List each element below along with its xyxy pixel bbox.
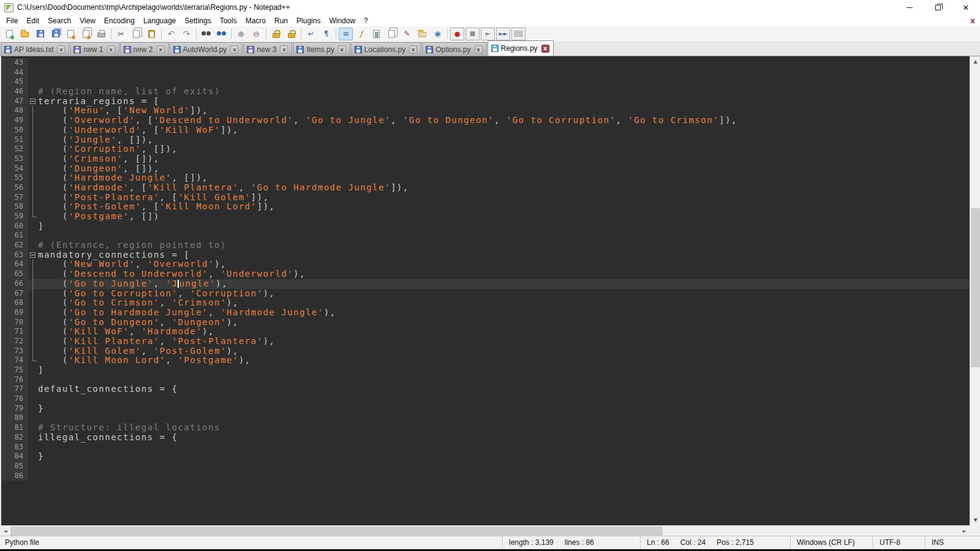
code-line[interactable]: 47terraria_regions = [: [1, 97, 970, 107]
code-line[interactable]: 81# Structure: illegal locations: [1, 423, 970, 433]
scroll-down-arrow-icon[interactable]: ▼: [970, 515, 980, 525]
sync-horizontal-scroll-icon[interactable]: [284, 28, 298, 40]
monitoring-icon[interactable]: ◉: [431, 28, 445, 40]
menu-item-macro[interactable]: Macro: [241, 16, 270, 26]
close-button[interactable]: ✕: [952, 0, 980, 15]
code-line[interactable]: 74 ('Kill Moon Lord', 'Postgame'),: [1, 356, 970, 365]
macro-run-multiple-icon[interactable]: ►►: [496, 28, 510, 40]
tab-options-py[interactable]: Options.pyx: [422, 42, 486, 56]
zoom-out-icon[interactable]: ⊖: [249, 28, 263, 40]
menu-item-settings[interactable]: Settings: [180, 16, 215, 26]
code-line[interactable]: 71 ('Kill WoF', 'Hardmode'),: [1, 327, 970, 337]
code-line[interactable]: 65 ('Descend to Underworld', 'Underworld…: [1, 269, 970, 279]
scroll-left-arrow-icon[interactable]: ◄: [0, 526, 10, 536]
code-line[interactable]: 83: [1, 443, 970, 452]
code-line[interactable]: 80: [1, 413, 970, 423]
code-line[interactable]: 48 ('Menu', ['New World']),: [1, 106, 970, 116]
copy-icon[interactable]: [129, 28, 143, 40]
undo-icon[interactable]: ↶: [164, 28, 178, 40]
replace-icon[interactable]: [214, 28, 228, 40]
code-line[interactable]: 67 ('Go to Corruption', 'Corruption'),: [1, 289, 970, 299]
code-line[interactable]: 50 ('Underworld', ['Kill WoF']),: [1, 126, 970, 135]
tab-close-icon[interactable]: x: [280, 45, 288, 53]
fold-collapse-icon[interactable]: [28, 97, 38, 107]
function-list-icon[interactable]: ƒ: [354, 28, 368, 40]
code-line[interactable]: 64 ('New World', 'Overworld'),: [1, 260, 970, 269]
code-line[interactable]: 66 ('Go to Jungle', 'Jungle'),: [1, 279, 970, 289]
redo-icon[interactable]: ↷: [179, 28, 194, 40]
tab-ap-ideas-txt[interactable]: AP Ideas.txtx: [1, 42, 69, 56]
menu-item-edit[interactable]: Edit: [22, 16, 43, 26]
tab-close-icon[interactable]: x: [541, 45, 549, 53]
code-line[interactable]: 61: [1, 231, 970, 241]
menu-item-language[interactable]: Language: [139, 16, 180, 26]
close-document-icon[interactable]: x: [970, 17, 975, 25]
code-line[interactable]: 57 ('Post-Plantera', ['Kill Golem']),: [1, 193, 970, 203]
menu-item-file[interactable]: File: [2, 16, 22, 26]
status-insert-mode[interactable]: INS: [925, 536, 980, 549]
macro-record-icon[interactable]: ●: [450, 28, 464, 40]
code-line[interactable]: 44: [1, 68, 970, 78]
close-icon[interactable]: [64, 28, 78, 40]
code-line[interactable]: 60]: [1, 222, 970, 231]
code-line[interactable]: 73 ('Kill Golem', 'Post-Golem'),: [1, 347, 970, 356]
editor-area[interactable]: 43444546# (Region name, list of exits)47…: [0, 56, 970, 525]
code-line[interactable]: 79}: [1, 404, 970, 414]
zoom-in-icon[interactable]: ⊕: [234, 28, 248, 40]
code-line[interactable]: 76: [1, 375, 970, 385]
code-line[interactable]: 63mandatory_connections = [: [1, 250, 970, 260]
horizontal-scrollbar[interactable]: ◄ ►: [0, 525, 970, 536]
code-line[interactable]: 51 ('Jungle', []),: [1, 135, 970, 145]
fold-collapse-icon[interactable]: [28, 250, 38, 260]
folder-as-workspace-icon[interactable]: [415, 28, 429, 40]
tab-autoworld-py[interactable]: AutoWorld.pyx: [170, 42, 243, 56]
status-eol-format[interactable]: Windows (CR LF): [790, 536, 873, 549]
save-all-icon[interactable]: [48, 28, 62, 40]
code-line[interactable]: 53 ('Crimson', []),: [1, 154, 970, 164]
code-line[interactable]: 70 ('Go to Dungeon', 'Dungeon'),: [1, 318, 970, 328]
code-line[interactable]: 55 ('Hardmode Jungle', []),: [1, 173, 970, 183]
tab-close-icon[interactable]: x: [338, 45, 346, 53]
code-line[interactable]: 69 ('Go to Hardmode Jungle', 'Hardmode J…: [1, 308, 970, 318]
tab-new-1[interactable]: new 1x: [70, 42, 119, 56]
tab-close-icon[interactable]: x: [157, 45, 165, 53]
save-icon[interactable]: [33, 28, 47, 40]
code-line[interactable]: 78: [1, 394, 970, 404]
macro-save-icon[interactable]: [511, 28, 526, 40]
code-line[interactable]: 82illegal_connections = {: [1, 433, 970, 443]
open-file-icon[interactable]: [18, 28, 32, 40]
horizontal-scrollbar-thumb[interactable]: [10, 527, 663, 536]
code-line[interactable]: 59 ('Postgame', []): [1, 212, 970, 222]
document-list-icon[interactable]: [385, 28, 399, 40]
show-all-characters-icon[interactable]: ¶: [319, 28, 333, 40]
code-line[interactable]: 68 ('Go to Crimson', 'Crimson'),: [1, 298, 970, 308]
code-line[interactable]: 45: [1, 77, 970, 87]
menu-item-run[interactable]: Run: [270, 16, 292, 26]
tab-close-icon[interactable]: x: [230, 45, 238, 53]
code-line[interactable]: 52 ('Corruption', []),: [1, 144, 970, 154]
indent-guide-icon[interactable]: ≡: [339, 28, 353, 40]
menu-item-view[interactable]: View: [75, 16, 100, 26]
paste-icon[interactable]: [145, 28, 159, 40]
tab-regions-py[interactable]: Regions.pyx: [488, 40, 554, 56]
code-line[interactable]: 46# (Region name, list of exits): [1, 87, 970, 97]
word-wrap-icon[interactable]: ↵: [304, 28, 318, 40]
code-line[interactable]: 56 ('Hardmode', ['Kill Plantera', 'Go to…: [1, 183, 970, 193]
code-line[interactable]: 86: [1, 471, 970, 481]
code-line[interactable]: 85: [1, 462, 970, 471]
macro-playback-icon[interactable]: ►: [481, 28, 495, 40]
menu-item-search[interactable]: Search: [43, 16, 75, 26]
code-line[interactable]: 49 ('Overworld', ['Descend to Underworld…: [1, 116, 970, 126]
new-file-icon[interactable]: [2, 28, 17, 40]
menu-item-[interactable]: ?: [360, 16, 372, 26]
code-line[interactable]: 58 ('Post-Golem', ['Kill Moon Lord']),: [1, 202, 970, 212]
code-line[interactable]: 62# (Entrance, region pointed to): [1, 241, 970, 250]
vertical-scrollbar-thumb[interactable]: [971, 208, 980, 367]
document-map-icon[interactable]: [369, 28, 383, 40]
scroll-up-arrow-icon[interactable]: ▲: [970, 56, 980, 67]
menu-item-window[interactable]: Window: [325, 16, 360, 26]
tab-new-2[interactable]: new 2x: [120, 42, 169, 56]
code-line[interactable]: 84}: [1, 452, 970, 462]
vertical-scrollbar[interactable]: ▲ ▼: [970, 56, 980, 525]
tab-items-py[interactable]: Items.pyx: [293, 42, 350, 56]
